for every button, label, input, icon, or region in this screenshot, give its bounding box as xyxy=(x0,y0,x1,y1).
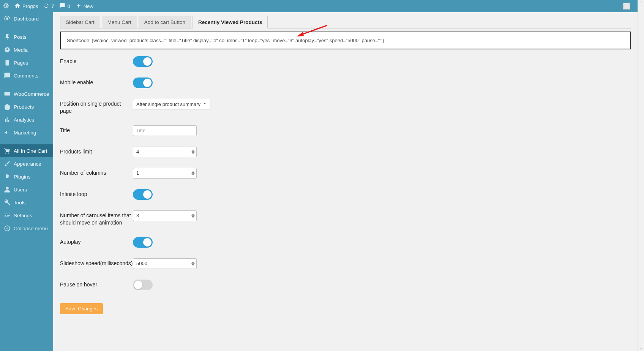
sidebar-item-posts[interactable]: Posts xyxy=(0,30,53,43)
field-label-products-limit: Products limit xyxy=(60,147,133,155)
analytics-icon xyxy=(4,116,11,123)
spinner-icon[interactable] xyxy=(191,150,195,154)
field-label-enable: Enable xyxy=(60,56,133,65)
cart-icon xyxy=(4,147,11,154)
updates-link[interactable]: 7 xyxy=(43,3,54,10)
scroll-down-icon: ⌄ xyxy=(639,346,642,350)
field-label-carousel-move: Number of carousel items that should mov… xyxy=(60,210,133,226)
sidebar-item-comments[interactable]: Comments xyxy=(0,69,53,82)
new-link[interactable]: New xyxy=(76,3,93,10)
sidebar-item-woocommerce[interactable]: WooCommerce xyxy=(0,87,53,100)
input-num-columns[interactable]: 1 xyxy=(133,168,197,179)
spinner-icon[interactable] xyxy=(191,261,195,266)
svg-rect-0 xyxy=(5,92,10,96)
spinner-icon[interactable] xyxy=(191,171,195,176)
tab-sidebar-cart[interactable]: Sidebar Cart xyxy=(60,16,100,28)
sidebar-item-label: Posts xyxy=(14,34,27,40)
megaphone-icon xyxy=(4,129,11,136)
tab-label: Recently Viewed Products xyxy=(198,19,262,25)
tab-menu-cart[interactable]: Menu Cart xyxy=(102,16,137,28)
input-title[interactable] xyxy=(133,125,197,136)
field-label-autoplay: Autoplay xyxy=(60,237,133,246)
sidebar-item-products[interactable]: Products xyxy=(0,100,53,113)
sidebar-item-label: Users xyxy=(14,187,27,193)
sidebar-item-label: Media xyxy=(14,47,28,53)
refresh-icon xyxy=(43,3,49,10)
sidebar-item-label: Products xyxy=(14,104,34,110)
tab-label: Sidebar Cart xyxy=(66,19,95,25)
sliders-icon xyxy=(4,212,11,219)
dashboard-icon xyxy=(4,15,11,22)
media-icon xyxy=(4,46,11,53)
home-icon xyxy=(14,3,21,10)
avatar xyxy=(623,3,630,9)
toggle-enable[interactable] xyxy=(133,56,153,67)
sidebar-item-label: WooCommerce xyxy=(14,91,49,97)
tab-recently-viewed-products[interactable]: Recently Viewed Products xyxy=(193,16,268,28)
sidebar-item-plugins[interactable]: Plugins xyxy=(0,170,53,183)
field-label-position: Position on single product page xyxy=(60,99,133,115)
comment-icon xyxy=(4,72,11,79)
brush-icon xyxy=(4,160,11,167)
wp-logo[interactable] xyxy=(3,3,9,10)
comment-icon xyxy=(59,3,65,10)
sidebar-item-users[interactable]: Users xyxy=(0,183,53,196)
wrench-icon xyxy=(4,199,11,206)
shortcode-text: Shortcode: [wcaioc_viewed_products class… xyxy=(67,38,384,43)
input-speed[interactable]: 5000 xyxy=(133,258,197,269)
collapse-icon xyxy=(4,225,11,232)
sidebar-item-analytics[interactable]: Analytics xyxy=(0,113,53,126)
field-label-pause-hover: Pause on hover xyxy=(60,280,133,288)
sidebar-item-label: Plugins xyxy=(14,174,30,180)
settings-tabs: Sidebar Cart Menu Cart Add to cart Butto… xyxy=(60,16,631,28)
sidebar-item-label: Pages xyxy=(14,60,28,66)
toggle-pause-hover[interactable] xyxy=(133,280,153,290)
sidebar-item-dashboard[interactable]: Dashboard xyxy=(0,12,53,25)
shortcode-display: Shortcode: [wcaioc_viewed_products class… xyxy=(60,32,631,49)
sidebar-item-appearance[interactable]: Appearance xyxy=(0,157,53,170)
field-label-title: Title xyxy=(60,125,133,134)
tab-label: Add to cart Button xyxy=(144,19,185,25)
tab-label: Menu Cart xyxy=(107,19,131,25)
sidebar-item-settings[interactable]: Settings xyxy=(0,209,53,222)
select-position[interactable]: After single product summary xyxy=(133,99,210,109)
sidebar-item-tools[interactable]: Tools xyxy=(0,196,53,209)
sidebar-collapse[interactable]: Collapse menu xyxy=(0,222,53,235)
site-name-link[interactable]: Progos xyxy=(14,3,38,10)
spinner-icon[interactable] xyxy=(191,213,195,218)
input-carousel-move[interactable]: 3 xyxy=(133,210,197,221)
sidebar-item-label: Collapse menu xyxy=(14,226,48,231)
sidebar-item-pages[interactable]: Pages xyxy=(0,56,53,69)
sidebar-item-marketing[interactable]: Marketing xyxy=(0,126,53,139)
field-label-speed: Slideshow speed(milliseconds) xyxy=(60,258,133,267)
comments-link[interactable]: 0 xyxy=(59,3,70,10)
sidebar-item-label: Comments xyxy=(14,73,38,79)
select-value: After single product summary xyxy=(136,101,200,107)
sidebar-item-label: Settings xyxy=(14,213,32,218)
pin-icon xyxy=(4,33,11,40)
field-label-num-columns: Number of columns xyxy=(60,168,133,177)
wordpress-icon xyxy=(3,3,9,10)
field-label-mobile-enable: Mobile enable xyxy=(60,77,133,86)
chevron-down-icon xyxy=(202,101,207,107)
toggle-autoplay[interactable] xyxy=(133,237,153,248)
my-account[interactable] xyxy=(623,3,630,9)
number-value: 3 xyxy=(136,213,191,218)
sidebar-item-media[interactable]: Media xyxy=(0,43,53,56)
tab-add-to-cart-button[interactable]: Add to cart Button xyxy=(139,16,191,28)
input-products-limit[interactable]: 4 xyxy=(133,147,197,157)
number-value: 1 xyxy=(136,170,191,176)
sidebar-item-label: Analytics xyxy=(14,117,34,123)
page-scrollbar[interactable]: ⌃ ⌄ xyxy=(638,0,644,351)
sidebar-item-label: Marketing xyxy=(14,130,36,136)
sidebar-item-label: All In One Cart xyxy=(14,148,47,154)
main-content: Sidebar Cart Menu Cart Add to cart Butto… xyxy=(53,12,638,351)
sidebar-item-label: Dashboard xyxy=(14,16,39,22)
comments-count: 0 xyxy=(67,3,70,9)
toggle-mobile-enable[interactable] xyxy=(133,77,153,88)
sidebar-item-label: Tools xyxy=(14,200,26,206)
save-button[interactable]: Save Changes xyxy=(60,303,103,314)
sidebar-item-all-in-one-cart[interactable]: All In One Cart xyxy=(0,144,53,157)
toggle-infinite-loop[interactable] xyxy=(133,189,153,200)
field-label-infinite-loop: Infinite loop xyxy=(60,189,133,198)
